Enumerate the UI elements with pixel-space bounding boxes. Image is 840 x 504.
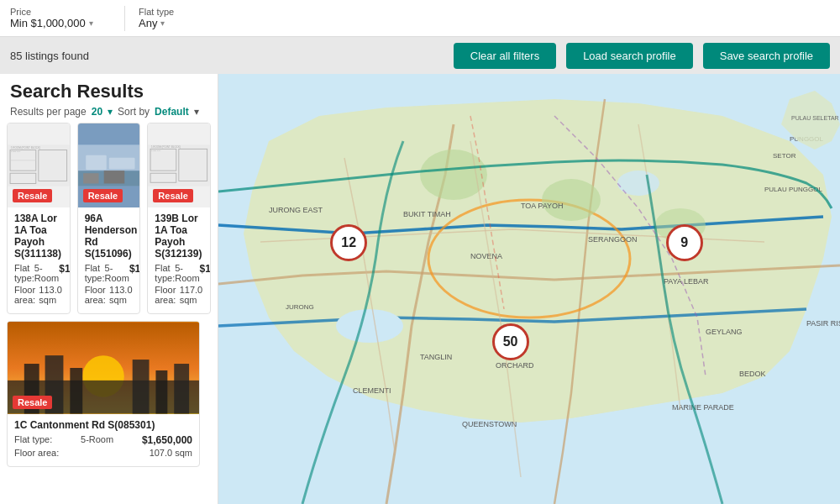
left-column: Search Results Results per page 20 ▾ Sor… <box>0 74 218 504</box>
svg-point-35 <box>617 171 659 196</box>
cluster-12-value: 12 <box>341 235 356 250</box>
card1-body: 138A Lor 1A Toa Payoh S(311138) Flat typ… <box>8 207 70 313</box>
card4-resale-badge: Resale <box>13 396 52 409</box>
svg-rect-12 <box>86 155 107 170</box>
card1-floor-area-label: Floor area: <box>14 285 39 305</box>
map-svg: JURONG EAST JURONG CLEMENTI BUKIT TIMAH … <box>218 74 840 504</box>
card4-floor-area: 107.0 sqm <box>150 448 192 458</box>
svg-text:PULAU SELETAR: PULAU SELETAR <box>791 115 839 121</box>
card2-title: 96A Henderson Rd S(151096) <box>85 213 134 260</box>
card1-image: 5 ROOM (POINT BLOCK) TYPE C4A Resale <box>8 123 70 207</box>
svg-text:PAYA LEBAR: PAYA LEBAR <box>664 277 709 286</box>
svg-text:JURONG EAST: JURONG EAST <box>269 206 323 214</box>
svg-point-31 <box>542 179 601 221</box>
svg-rect-10 <box>83 173 98 183</box>
svg-text:JURONG: JURONG <box>286 303 314 311</box>
card2-body: 96A Henderson Rd S(151096) Flat type: 5-… <box>78 207 140 313</box>
card3-body: 139B Lor 1A Toa Payoh S(312139) Flat typ… <box>148 207 210 313</box>
right-column: JURONG EAST JURONG CLEMENTI BUKIT TIMAH … <box>218 74 840 504</box>
filter-bar: Price Min $1,000,000 ▾ Flat type Any ▾ <box>0 0 840 37</box>
svg-text:QUEENSTOWN: QUEENSTOWN <box>462 420 517 428</box>
clear-all-button[interactable]: Clear all filters <box>454 43 556 69</box>
price-filter-label: Price <box>10 7 111 17</box>
card1-flat-type: 5-Room <box>34 263 59 283</box>
results-per-page-label: Results per page <box>10 106 87 118</box>
results-per-page-value[interactable]: 20 <box>92 106 102 118</box>
sort-by-label: Sort by <box>118 106 150 118</box>
card4-floor-area-label: Floor area: <box>14 448 59 458</box>
card3-price: $1,650,000 <box>200 263 211 283</box>
load-search-profile-button[interactable]: Load search profile <box>566 43 693 69</box>
search-results-header: Search Results <box>0 74 218 106</box>
cluster-50-value: 50 <box>503 334 518 349</box>
map-container[interactable]: JURONG EAST JURONG CLEMENTI BUKIT TIMAH … <box>218 74 840 504</box>
card2-price: $1,599,999 <box>129 263 140 283</box>
flat-type-filter-label: Flat type <box>139 7 239 17</box>
card3-flat-type-label: Flat type: <box>155 263 175 283</box>
card4-title: 1C Cantonment Rd S(085301) <box>14 419 192 431</box>
card1-price: $1,588,888 <box>59 263 70 283</box>
svg-text:5 ROOM (POINT BLOCK): 5 ROOM (POINT BLOCK) <box>151 145 181 149</box>
property-card-2[interactable]: Resale 96A Henderson Rd S(151096) Flat t… <box>77 123 141 314</box>
flat-type-filter-value: Any <box>139 17 157 29</box>
card1-resale-badge: Resale <box>13 189 52 202</box>
svg-text:PASIR RIS: PASIR RIS <box>806 319 840 328</box>
svg-text:5 ROOM (POINT BLOCK): 5 ROOM (POINT BLOCK) <box>11 146 40 150</box>
property-card-4[interactable]: Resale 1C Cantonment Rd S(085301) Flat t… <box>7 321 200 467</box>
card1-title: 138A Lor 1A Toa Payoh S(311138) <box>14 213 63 260</box>
card4-image: Resale <box>8 322 199 414</box>
flat-type-chevron-icon: ▾ <box>160 18 165 28</box>
cluster-marker-9[interactable]: 9 <box>666 224 703 261</box>
svg-text:BEDOK: BEDOK <box>739 370 766 378</box>
top-cards-row: 5 ROOM (POINT BLOCK) TYPE C4A Resale 138… <box>0 123 218 321</box>
svg-rect-28 <box>174 364 189 413</box>
card3-image: 5 ROOM (POINT BLOCK) TYPE C4A Resale <box>148 123 210 207</box>
action-bar: 85 listings found Clear all filters Load… <box>0 37 840 74</box>
rpp-chevron-icon: ▾ <box>108 106 113 118</box>
card4-flat-type: 5-Room <box>81 434 113 446</box>
price-filter-value: Min $1,000,000 <box>10 17 86 29</box>
svg-rect-27 <box>155 370 167 414</box>
card3-resale-badge: Resale <box>153 189 192 202</box>
svg-text:MARINE PARADE: MARINE PARADE <box>672 403 734 412</box>
svg-text:NOVENA: NOVENA <box>470 252 502 260</box>
svg-rect-13 <box>109 158 135 170</box>
flat-type-filter[interactable]: Flat type Any ▾ <box>139 7 239 29</box>
svg-text:SETOR: SETOR <box>773 152 796 160</box>
app-container: Price Min $1,000,000 ▾ Flat type Any ▾ 8… <box>0 0 840 504</box>
sort-by-value[interactable]: Default <box>155 106 189 118</box>
svg-point-34 <box>336 309 403 343</box>
card4-flat-type-label: Flat type: <box>14 434 52 446</box>
property-card-1[interactable]: 5 ROOM (POINT BLOCK) TYPE C4A Resale 138… <box>7 123 71 314</box>
card3-title: 139B Lor 1A Toa Payoh S(312139) <box>155 213 203 260</box>
price-chevron-icon: ▾ <box>89 18 93 28</box>
svg-text:TYPE C4A: TYPE C4A <box>11 150 21 153</box>
sort-chevron-icon: ▾ <box>194 106 199 118</box>
card3-floor-area: 117.0 sqm <box>180 285 203 305</box>
card2-flat-type: 5-Room <box>105 263 129 283</box>
svg-text:BUKIT TIMAH: BUKIT TIMAH <box>403 210 451 218</box>
svg-text:ORCHARD: ORCHARD <box>496 361 534 370</box>
price-filter[interactable]: Price Min $1,000,000 ▾ <box>10 7 111 29</box>
svg-text:TOA PAYOH: TOA PAYOH <box>521 202 564 210</box>
filter-separator <box>124 6 125 31</box>
card3-floor-area-label: Floor area: <box>155 285 179 305</box>
property-card-3[interactable]: 5 ROOM (POINT BLOCK) TYPE C4A Resale 139… <box>147 123 211 314</box>
card2-image: Resale <box>78 123 140 207</box>
svg-text:SERANGOON: SERANGOON <box>588 235 638 244</box>
svg-point-32 <box>420 150 487 200</box>
card2-flat-type-label: Flat type: <box>85 263 105 283</box>
card1-floor-area: 113.0 sqm <box>39 285 62 305</box>
split-area: Search Results Results per page 20 ▾ Sor… <box>0 74 840 504</box>
save-search-profile-button[interactable]: Save search profile <box>703 43 830 69</box>
card2-floor-area-label: Floor area: <box>85 285 109 305</box>
cluster-marker-50[interactable]: 50 <box>492 323 529 360</box>
svg-text:GEYLANG: GEYLANG <box>706 328 743 336</box>
card4-price: $1,650,000 <box>142 434 192 446</box>
card4-body: 1C Cantonment Rd S(085301) Flat type: 5-… <box>8 414 199 466</box>
svg-rect-11 <box>103 171 124 183</box>
card2-floor-area: 113.0 sqm <box>109 285 133 305</box>
card2-resale-badge: Resale <box>83 189 123 202</box>
cluster-9-value: 9 <box>680 235 688 250</box>
svg-text:TANGLIN: TANGLIN <box>420 353 452 361</box>
